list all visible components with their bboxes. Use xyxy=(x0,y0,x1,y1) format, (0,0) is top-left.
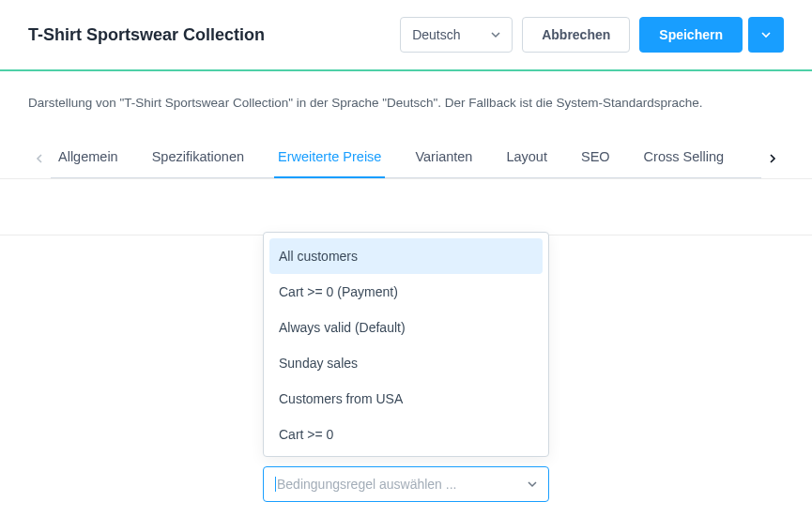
tab-cross-selling[interactable]: Cross Selling xyxy=(640,138,728,178)
rule-option[interactable]: Customers from USA xyxy=(269,381,543,417)
text-caret xyxy=(275,477,276,492)
rule-dropdown-list: All customersCart >= 0 (Payment)Always v… xyxy=(263,232,549,457)
save-split-button[interactable] xyxy=(748,17,784,53)
rule-select-placeholder: Bedingungsregel auswählen ... xyxy=(277,477,528,492)
chevron-down-icon xyxy=(528,479,537,489)
save-button[interactable]: Speichern xyxy=(639,17,743,53)
tab-seo[interactable]: SEO xyxy=(577,138,614,178)
rule-option[interactable]: Always valid (Default) xyxy=(269,310,543,345)
language-select-value: Deutsch xyxy=(412,27,460,42)
language-select[interactable]: Deutsch xyxy=(400,17,513,53)
tabs-scroll-right[interactable] xyxy=(761,140,784,177)
page-header: T-Shirt Sportswear Collection Deutsch Ab… xyxy=(0,0,812,71)
rule-dropdown-scroll[interactable]: All customersCart >= 0 (Payment)Always v… xyxy=(264,233,548,456)
rule-option[interactable]: Extra option A xyxy=(269,452,543,456)
tabs-container: AllgemeinSpezifikationenErweiterte Preis… xyxy=(0,138,812,179)
rule-option[interactable]: Sunday sales xyxy=(269,345,543,381)
cancel-button-label: Abbrechen xyxy=(542,27,610,42)
rule-select-input[interactable]: Bedingungsregel auswählen ... xyxy=(263,466,549,502)
chevron-down-icon xyxy=(761,30,771,39)
chevron-down-icon xyxy=(491,30,500,39)
language-info-text: Darstellung von "T-Shirt Sportswear Coll… xyxy=(0,71,812,138)
tab-varianten[interactable]: Varianten xyxy=(411,138,476,178)
rule-option[interactable]: Cart >= 0 xyxy=(269,417,543,452)
rule-option[interactable]: All customers xyxy=(269,238,543,274)
tabs: AllgemeinSpezifikationenErweiterte Preis… xyxy=(51,138,761,177)
cancel-button[interactable]: Abbrechen xyxy=(522,17,630,53)
save-button-label: Speichern xyxy=(659,27,723,42)
tabs-scroll-left[interactable] xyxy=(28,140,51,177)
page-title: T-Shirt Sportswear Collection xyxy=(28,25,400,45)
content-area xyxy=(0,179,812,236)
tab-allgemein[interactable]: Allgemein xyxy=(54,138,122,178)
tab-spezifikationen[interactable]: Spezifikationen xyxy=(148,138,248,178)
tab-erweiterte-preise[interactable]: Erweiterte Preise xyxy=(274,138,385,178)
tabs-inner: AllgemeinSpezifikationenErweiterte Preis… xyxy=(51,138,761,178)
tab-layout[interactable]: Layout xyxy=(502,138,551,178)
rule-option[interactable]: Cart >= 0 (Payment) xyxy=(269,274,543,310)
